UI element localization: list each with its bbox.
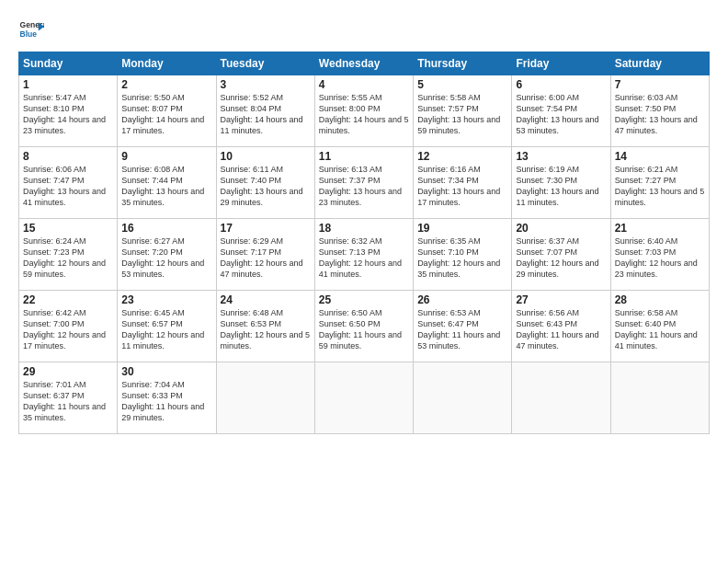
calendar-cell: 12Sunrise: 6:16 AMSunset: 7:34 PMDayligh… [414, 147, 512, 219]
day-number: 1 [23, 78, 113, 91]
day-number: 26 [417, 293, 507, 306]
calendar-cell: 8Sunrise: 6:06 AMSunset: 7:47 PMDaylight… [19, 147, 118, 219]
day-info: Sunrise: 6:08 AMSunset: 7:44 PMDaylight:… [121, 164, 211, 209]
logo-icon: General Blue [18, 17, 44, 42]
calendar-cell: 11Sunrise: 6:13 AMSunset: 7:37 PMDayligh… [314, 147, 413, 219]
day-number: 13 [516, 150, 606, 163]
calendar-cell: 25Sunrise: 6:50 AMSunset: 6:50 PMDayligh… [314, 291, 413, 362]
calendar-cell: 19Sunrise: 6:35 AMSunset: 7:10 PMDayligh… [414, 219, 512, 291]
day-info: Sunrise: 6:35 AMSunset: 7:10 PMDaylight:… [417, 236, 507, 281]
calendar-cell: 21Sunrise: 6:40 AMSunset: 7:03 PMDayligh… [610, 219, 709, 291]
day-info: Sunrise: 6:19 AMSunset: 7:30 PMDaylight:… [516, 164, 606, 209]
calendar-cell [314, 362, 413, 434]
day-info: Sunrise: 6:13 AMSunset: 7:37 PMDaylight:… [319, 164, 409, 209]
day-number: 5 [417, 78, 507, 91]
weekday-header-thursday: Thursday [414, 52, 512, 75]
day-info: Sunrise: 6:11 AMSunset: 7:40 PMDaylight:… [221, 164, 311, 209]
day-number: 18 [319, 222, 409, 235]
calendar-cell [216, 362, 314, 434]
day-info: Sunrise: 6:37 AMSunset: 7:07 PMDaylight:… [516, 236, 606, 281]
day-info: Sunrise: 5:55 AMSunset: 8:00 PMDaylight:… [319, 92, 409, 137]
day-number: 7 [615, 78, 705, 91]
day-info: Sunrise: 7:01 AMSunset: 6:37 PMDaylight:… [23, 379, 113, 424]
day-number: 22 [23, 293, 113, 306]
logo: General Blue [18, 17, 44, 42]
day-number: 19 [417, 222, 507, 235]
day-info: Sunrise: 6:27 AMSunset: 7:20 PMDaylight:… [121, 236, 211, 281]
calendar-cell [512, 362, 610, 434]
day-info: Sunrise: 5:52 AMSunset: 8:04 PMDaylight:… [221, 92, 311, 137]
calendar-cell [414, 362, 512, 434]
day-number: 3 [221, 78, 311, 91]
day-info: Sunrise: 6:06 AMSunset: 7:47 PMDaylight:… [23, 164, 113, 209]
day-number: 11 [319, 150, 409, 163]
day-number: 9 [121, 150, 211, 163]
header: General Blue [18, 17, 710, 42]
day-number: 25 [319, 293, 409, 306]
day-number: 16 [121, 222, 211, 235]
calendar-cell: 3Sunrise: 5:52 AMSunset: 8:04 PMDaylight… [216, 75, 314, 147]
calendar-week-row: 1Sunrise: 5:47 AMSunset: 8:10 PMDaylight… [19, 75, 710, 147]
weekday-header-monday: Monday [118, 52, 216, 75]
day-number: 24 [221, 293, 311, 306]
svg-text:Blue: Blue [20, 29, 38, 39]
day-info: Sunrise: 6:58 AMSunset: 6:40 PMDaylight:… [615, 307, 705, 352]
day-info: Sunrise: 6:00 AMSunset: 7:54 PMDaylight:… [516, 92, 606, 137]
weekday-header-tuesday: Tuesday [216, 52, 314, 75]
calendar-cell: 29Sunrise: 7:01 AMSunset: 6:37 PMDayligh… [19, 362, 118, 434]
day-number: 12 [417, 150, 507, 163]
day-info: Sunrise: 6:03 AMSunset: 7:50 PMDaylight:… [615, 92, 705, 137]
calendar-week-row: 15Sunrise: 6:24 AMSunset: 7:23 PMDayligh… [19, 219, 710, 291]
day-number: 21 [615, 222, 705, 235]
day-info: Sunrise: 5:50 AMSunset: 8:07 PMDaylight:… [121, 92, 211, 137]
calendar-cell: 18Sunrise: 6:32 AMSunset: 7:13 PMDayligh… [314, 219, 413, 291]
calendar-cell: 4Sunrise: 5:55 AMSunset: 8:00 PMDaylight… [314, 75, 413, 147]
calendar-table: SundayMondayTuesdayWednesdayThursdayFrid… [18, 52, 710, 434]
calendar-cell: 27Sunrise: 6:56 AMSunset: 6:43 PMDayligh… [512, 291, 610, 362]
calendar-cell: 5Sunrise: 5:58 AMSunset: 7:57 PMDaylight… [414, 75, 512, 147]
calendar-cell: 28Sunrise: 6:58 AMSunset: 6:40 PMDayligh… [610, 291, 709, 362]
weekday-header-friday: Friday [512, 52, 610, 75]
day-info: Sunrise: 6:45 AMSunset: 6:57 PMDaylight:… [121, 307, 211, 352]
day-info: Sunrise: 6:21 AMSunset: 7:27 PMDaylight:… [615, 164, 705, 209]
day-info: Sunrise: 6:50 AMSunset: 6:50 PMDaylight:… [319, 307, 409, 352]
calendar-cell: 14Sunrise: 6:21 AMSunset: 7:27 PMDayligh… [610, 147, 709, 219]
calendar-cell: 13Sunrise: 6:19 AMSunset: 7:30 PMDayligh… [512, 147, 610, 219]
day-info: Sunrise: 6:40 AMSunset: 7:03 PMDaylight:… [615, 236, 705, 281]
day-number: 27 [516, 293, 606, 306]
weekday-header-saturday: Saturday [610, 52, 709, 75]
day-number: 17 [221, 222, 311, 235]
day-info: Sunrise: 6:24 AMSunset: 7:23 PMDaylight:… [23, 236, 113, 281]
calendar-cell: 20Sunrise: 6:37 AMSunset: 7:07 PMDayligh… [512, 219, 610, 291]
day-info: Sunrise: 6:53 AMSunset: 6:47 PMDaylight:… [417, 307, 507, 352]
calendar-cell: 6Sunrise: 6:00 AMSunset: 7:54 PMDaylight… [512, 75, 610, 147]
calendar-cell: 22Sunrise: 6:42 AMSunset: 7:00 PMDayligh… [19, 291, 118, 362]
calendar-week-row: 29Sunrise: 7:01 AMSunset: 6:37 PMDayligh… [19, 362, 710, 434]
calendar-cell: 2Sunrise: 5:50 AMSunset: 8:07 PMDaylight… [118, 75, 216, 147]
day-number: 8 [23, 150, 113, 163]
day-number: 30 [121, 365, 211, 378]
calendar-cell: 23Sunrise: 6:45 AMSunset: 6:57 PMDayligh… [118, 291, 216, 362]
calendar-cell [610, 362, 709, 434]
calendar-cell: 15Sunrise: 6:24 AMSunset: 7:23 PMDayligh… [19, 219, 118, 291]
day-info: Sunrise: 6:56 AMSunset: 6:43 PMDaylight:… [516, 307, 606, 352]
day-info: Sunrise: 6:29 AMSunset: 7:17 PMDaylight:… [221, 236, 311, 281]
day-info: Sunrise: 5:58 AMSunset: 7:57 PMDaylight:… [417, 92, 507, 137]
calendar-cell: 10Sunrise: 6:11 AMSunset: 7:40 PMDayligh… [216, 147, 314, 219]
calendar-cell: 1Sunrise: 5:47 AMSunset: 8:10 PMDaylight… [19, 75, 118, 147]
calendar-cell: 9Sunrise: 6:08 AMSunset: 7:44 PMDaylight… [118, 147, 216, 219]
day-info: Sunrise: 6:16 AMSunset: 7:34 PMDaylight:… [417, 164, 507, 209]
calendar-cell: 30Sunrise: 7:04 AMSunset: 6:33 PMDayligh… [118, 362, 216, 434]
day-info: Sunrise: 6:48 AMSunset: 6:53 PMDaylight:… [221, 307, 311, 352]
day-number: 4 [319, 78, 409, 91]
day-info: Sunrise: 7:04 AMSunset: 6:33 PMDaylight:… [121, 379, 211, 424]
weekday-header-wednesday: Wednesday [314, 52, 413, 75]
weekday-header-row: SundayMondayTuesdayWednesdayThursdayFrid… [19, 52, 710, 75]
day-info: Sunrise: 6:42 AMSunset: 7:00 PMDaylight:… [23, 307, 113, 352]
page: General Blue SundayMondayTuesdayWednesda… [0, 0, 728, 445]
calendar-cell: 24Sunrise: 6:48 AMSunset: 6:53 PMDayligh… [216, 291, 314, 362]
day-number: 2 [121, 78, 211, 91]
calendar-cell: 7Sunrise: 6:03 AMSunset: 7:50 PMDaylight… [610, 75, 709, 147]
day-number: 29 [23, 365, 113, 378]
day-number: 20 [516, 222, 606, 235]
